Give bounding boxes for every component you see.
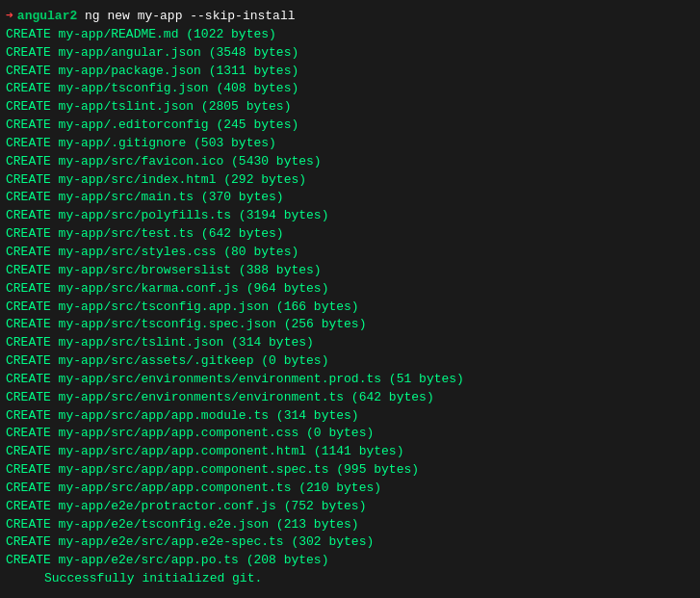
create-keyword: CREATE — [6, 299, 51, 317]
create-keyword: CREATE — [6, 443, 51, 461]
prompt-line: ➜ angular2 ng new my-app --skip-install — [6, 8, 694, 26]
create-keyword: CREATE — [6, 552, 51, 570]
file-info: my-app/e2e/tsconfig.e2e.json (213 bytes) — [51, 516, 359, 534]
file-info: my-app/src/app/app.module.ts (314 bytes) — [51, 407, 359, 426]
create-keyword: CREATE — [6, 26, 51, 44]
terminal-line: CREATE my-app/package.json (1311 bytes) — [6, 63, 694, 81]
terminal-line: CREATE my-app/angular.json (3548 bytes) — [6, 44, 694, 63]
file-info: my-app/src/app/app.component.html (1141 … — [51, 443, 404, 461]
create-keyword: CREATE — [6, 352, 51, 371]
create-keyword: CREATE — [6, 461, 51, 480]
file-info: my-app/src/tsconfig.app.json (166 bytes) — [51, 299, 359, 317]
terminal-line: CREATE my-app/src/app/app.module.ts (314… — [6, 407, 694, 426]
terminal-line: CREATE my-app/src/test.ts (642 bytes) — [6, 225, 694, 244]
file-info: my-app/tsconfig.json (408 bytes) — [51, 80, 298, 98]
terminal-line: CREATE my-app/src/index.html (292 bytes) — [6, 171, 694, 190]
output-lines: CREATE my-app/README.md (1022 bytes)CREA… — [6, 26, 694, 570]
terminal-line: CREATE my-app/.gitignore (503 bytes) — [6, 135, 694, 153]
terminal-line: CREATE my-app/e2e/src/app.po.ts (208 byt… — [6, 552, 694, 570]
terminal-line: CREATE my-app/.editorconfig (245 bytes) — [6, 117, 694, 135]
file-info: my-app/src/styles.css (80 bytes) — [51, 244, 298, 262]
create-keyword: CREATE — [6, 425, 51, 443]
create-keyword: CREATE — [6, 171, 51, 190]
terminal-line: CREATE my-app/src/tsconfig.spec.json (25… — [6, 316, 694, 334]
create-keyword: CREATE — [6, 280, 51, 299]
terminal-line: CREATE my-app/src/main.ts (370 bytes) — [6, 189, 694, 207]
create-keyword: CREATE — [6, 480, 51, 498]
file-info: my-app/src/browserslist (388 bytes) — [51, 262, 322, 280]
file-info: my-app/e2e/src/app.e2e-spec.ts (302 byte… — [51, 533, 374, 552]
terminal-line: CREATE my-app/e2e/protractor.conf.js (75… — [6, 498, 694, 516]
file-info: my-app/package.json (1311 bytes) — [51, 63, 298, 81]
terminal-line: CREATE my-app/README.md (1022 bytes) — [6, 26, 694, 44]
terminal-line: CREATE my-app/src/assets/.gitkeep (0 byt… — [6, 352, 694, 371]
create-keyword: CREATE — [6, 498, 51, 516]
terminal-line: CREATE my-app/e2e/src/app.e2e-spec.ts (3… — [6, 533, 694, 552]
file-info: my-app/src/test.ts (642 bytes) — [51, 225, 284, 244]
terminal-line: CREATE my-app/src/app/app.component.spec… — [6, 461, 694, 480]
prompt-directory: angular2 — [17, 8, 77, 26]
terminal-line: CREATE my-app/src/favicon.ico (5430 byte… — [6, 153, 694, 171]
file-info: my-app/src/app/app.component.spec.ts (99… — [51, 461, 419, 480]
create-keyword: CREATE — [6, 407, 51, 426]
success-message: Successfully initialized git. — [6, 570, 694, 588]
file-info: my-app/src/app/app.component.ts (210 byt… — [51, 480, 381, 498]
file-info: my-app/e2e/protractor.conf.js (752 bytes… — [51, 498, 367, 516]
create-keyword: CREATE — [6, 80, 51, 98]
create-keyword: CREATE — [6, 135, 51, 153]
file-info: my-app/README.md (1022 bytes) — [51, 26, 276, 44]
terminal-line: CREATE my-app/src/styles.css (80 bytes) — [6, 244, 694, 262]
file-info: my-app/tslint.json (2805 bytes) — [51, 98, 292, 117]
create-keyword: CREATE — [6, 189, 51, 207]
create-keyword: CREATE — [6, 316, 51, 334]
file-info: my-app/src/main.ts (370 bytes) — [51, 189, 284, 207]
create-keyword: CREATE — [6, 262, 51, 280]
create-keyword: CREATE — [6, 533, 51, 552]
terminal-line: CREATE my-app/src/environments/environme… — [6, 389, 694, 407]
terminal-line: CREATE my-app/tslint.json (2805 bytes) — [6, 98, 694, 117]
file-info: my-app/src/karma.conf.js (964 bytes) — [51, 280, 329, 299]
terminal-line: CREATE my-app/src/tslint.json (314 bytes… — [6, 334, 694, 352]
create-keyword: CREATE — [6, 153, 51, 171]
file-info: my-app/src/tslint.json (314 bytes) — [51, 334, 314, 352]
file-info: my-app/angular.json (3548 bytes) — [51, 44, 298, 63]
file-info: my-app/src/tsconfig.spec.json (256 bytes… — [51, 316, 367, 334]
terminal-line: CREATE my-app/src/karma.conf.js (964 byt… — [6, 280, 694, 299]
file-info: my-app/src/favicon.ico (5430 bytes) — [51, 153, 322, 171]
create-keyword: CREATE — [6, 98, 51, 117]
file-info: my-app/e2e/src/app.po.ts (208 bytes) — [51, 552, 329, 570]
file-info: my-app/src/polyfills.ts (3194 bytes) — [51, 207, 329, 225]
create-keyword: CREATE — [6, 207, 51, 225]
prompt-arrow-icon: ➜ — [6, 8, 13, 26]
create-keyword: CREATE — [6, 516, 51, 534]
file-info: my-app/src/index.html (292 bytes) — [51, 171, 306, 190]
file-info: my-app/src/app/app.component.css (0 byte… — [51, 425, 374, 443]
file-info: my-app/src/environments/environment.ts (… — [51, 389, 434, 407]
file-info: my-app/src/environments/environment.prod… — [51, 371, 464, 389]
create-keyword: CREATE — [6, 244, 51, 262]
terminal-line: CREATE my-app/src/browserslist (388 byte… — [6, 262, 694, 280]
create-keyword: CREATE — [6, 225, 51, 244]
create-keyword: CREATE — [6, 389, 51, 407]
terminal-window: ➜ angular2 ng new my-app --skip-install … — [0, 0, 700, 598]
prompt-command: ng new my-app --skip-install — [77, 8, 295, 26]
terminal-line: CREATE my-app/src/polyfills.ts (3194 byt… — [6, 207, 694, 225]
terminal-line: CREATE my-app/src/app/app.component.css … — [6, 425, 694, 443]
file-info: my-app/src/assets/.gitkeep (0 bytes) — [51, 352, 329, 371]
create-keyword: CREATE — [6, 63, 51, 81]
terminal-line: CREATE my-app/e2e/tsconfig.e2e.json (213… — [6, 516, 694, 534]
file-info: my-app/.editorconfig (245 bytes) — [51, 117, 298, 135]
terminal-line: CREATE my-app/src/app/app.component.ts (… — [6, 480, 694, 498]
terminal-line: CREATE my-app/src/tsconfig.app.json (166… — [6, 299, 694, 317]
file-info: my-app/.gitignore (503 bytes) — [51, 135, 276, 153]
create-keyword: CREATE — [6, 44, 51, 63]
create-keyword: CREATE — [6, 371, 51, 389]
terminal-line: CREATE my-app/src/environments/environme… — [6, 371, 694, 389]
terminal-line: CREATE my-app/src/app/app.component.html… — [6, 443, 694, 461]
create-keyword: CREATE — [6, 117, 51, 135]
create-keyword: CREATE — [6, 334, 51, 352]
terminal-line: CREATE my-app/tsconfig.json (408 bytes) — [6, 80, 694, 98]
